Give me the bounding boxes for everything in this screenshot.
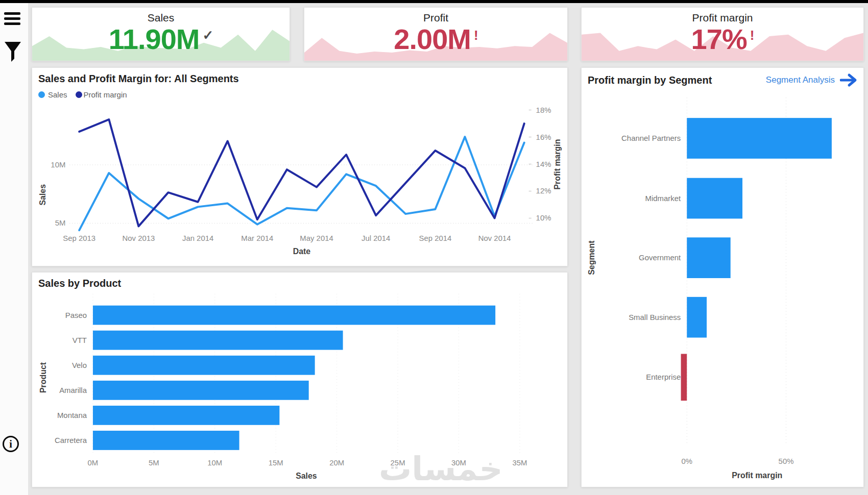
category-label: Montana	[57, 411, 87, 419]
x-axis-tick-label: Mar 2014	[241, 234, 273, 242]
sales-line-series[interactable]	[79, 137, 524, 230]
left-rail: i	[0, 3, 28, 495]
kpi-card-profit-margin[interactable]: Profit margin 17%!	[581, 7, 864, 61]
x-axis-tick-label: 0%	[681, 457, 692, 465]
x-axis-tick-label: 10M	[207, 458, 222, 467]
legend-item-profit-margin[interactable]: Profit margin	[76, 90, 127, 99]
info-icon[interactable]: i	[3, 436, 19, 452]
check-icon: ✓	[202, 28, 213, 43]
y-axis-title: Segment	[587, 240, 596, 275]
x-axis-tick-label: 0M	[88, 458, 99, 467]
filter-icon[interactable]	[4, 41, 22, 63]
right-axis-tick-label: 16%	[536, 133, 551, 141]
x-axis-tick-label: Nov 2013	[123, 234, 155, 242]
kpi-value-profit-margin: 17%!	[582, 25, 863, 54]
x-axis-tick-label: Sep 2013	[63, 234, 95, 242]
kpi-value-sales: 11.90M✓	[32, 25, 290, 54]
right-axis-title: Profit margin	[553, 139, 562, 190]
top-bar	[0, 0, 868, 3]
x-axis-title: Sales	[296, 472, 317, 480]
bar-paseo[interactable]	[93, 306, 495, 325]
x-axis-tick-label: Jul 2014	[361, 234, 390, 242]
kpi-card-profit[interactable]: Profit 2.00M!	[304, 7, 568, 61]
x-axis-tick-label: 5M	[149, 458, 159, 467]
line-chart-title: Sales and Profit Margin for: All Segment…	[38, 73, 239, 85]
x-axis-title: Profit margin	[732, 471, 782, 480]
y-axis-title: Product	[39, 362, 47, 393]
bar-carretera[interactable]	[93, 431, 239, 450]
category-label: Government	[639, 253, 681, 262]
category-label: Velo	[72, 361, 87, 369]
category-label: VTT	[73, 336, 87, 344]
kpi-title-sales: Sales	[32, 12, 290, 24]
x-axis-tick-label: Sep 2014	[419, 234, 452, 242]
category-label: Channel Partners	[621, 134, 681, 142]
right-axis-tick-label: 10%	[536, 213, 551, 222]
bar-enterprise[interactable]	[681, 354, 687, 401]
left-axis-title: Sales	[38, 184, 47, 206]
category-label: Carretera	[55, 436, 87, 444]
bar-midmarket[interactable]	[687, 178, 742, 219]
x-axis-tick-label: 35M	[512, 458, 527, 467]
x-axis-tick-label: 50%	[779, 457, 794, 465]
product-chart-title: Sales by Product	[38, 278, 121, 289]
bar-vtt[interactable]	[93, 331, 343, 350]
kpi-title-profit: Profit	[304, 12, 567, 24]
segment-analysis-link[interactable]: Segment Analysis	[766, 73, 858, 87]
x-axis-tick-label: Jan 2014	[182, 234, 213, 242]
x-axis-tick-label: Nov 2014	[478, 234, 511, 242]
left-axis-tick-label: 10M	[51, 160, 65, 169]
alert-icon: !	[474, 28, 478, 43]
bar-montana[interactable]	[93, 406, 279, 425]
segment-chart-card: Profit margin by Segment Segment Analysi…	[581, 67, 864, 487]
x-axis-tick-label: 20M	[329, 458, 344, 467]
profit-margin-line-series[interactable]	[79, 119, 524, 226]
segment-chart-title: Profit margin by Segment	[588, 75, 712, 86]
sales-legend-dot	[38, 91, 45, 98]
profit-margin-legend-dot	[76, 91, 82, 98]
sales-margin-line-card: Sales and Profit Margin for: All Segment…	[32, 67, 568, 266]
right-axis-tick-label: 18%	[536, 106, 551, 114]
bar-small-business[interactable]	[687, 297, 707, 338]
bar-velo[interactable]	[93, 356, 315, 375]
alert-icon: !	[750, 28, 754, 43]
kpi-card-sales[interactable]: Sales 11.90M✓	[32, 7, 290, 61]
right-axis-tick-label: 14%	[536, 160, 551, 168]
legend-item-sales[interactable]: Sales	[38, 90, 67, 99]
line-chart-legend: Sales Profit margin	[38, 90, 127, 99]
bar-channel-partners[interactable]	[687, 118, 832, 159]
bar-amarilla[interactable]	[93, 381, 309, 400]
kpi-title-profit-margin: Profit margin	[582, 12, 863, 24]
category-label: Amarilla	[59, 386, 87, 394]
watermark: خمسات	[379, 450, 503, 488]
category-label: Small Business	[629, 313, 681, 321]
right-axis-tick-label: 12%	[536, 186, 551, 195]
left-axis-tick-label: 5M	[55, 218, 66, 227]
menu-icon[interactable]	[4, 12, 21, 28]
kpi-value-profit: 2.00M!	[304, 25, 567, 54]
x-axis-tick-label: 15M	[269, 458, 283, 467]
profit-margin-by-segment-chart: 0%50%Channel PartnersMidmarketGovernment…	[582, 68, 863, 487]
x-axis-tick-label: May 2014	[300, 234, 333, 242]
arrow-right-icon	[840, 73, 858, 87]
category-label: Enterprise	[646, 373, 681, 381]
x-axis-title: Date	[293, 247, 311, 256]
bar-government[interactable]	[687, 237, 730, 278]
category-label: Midmarket	[645, 194, 682, 203]
category-label: Paseo	[65, 311, 87, 319]
